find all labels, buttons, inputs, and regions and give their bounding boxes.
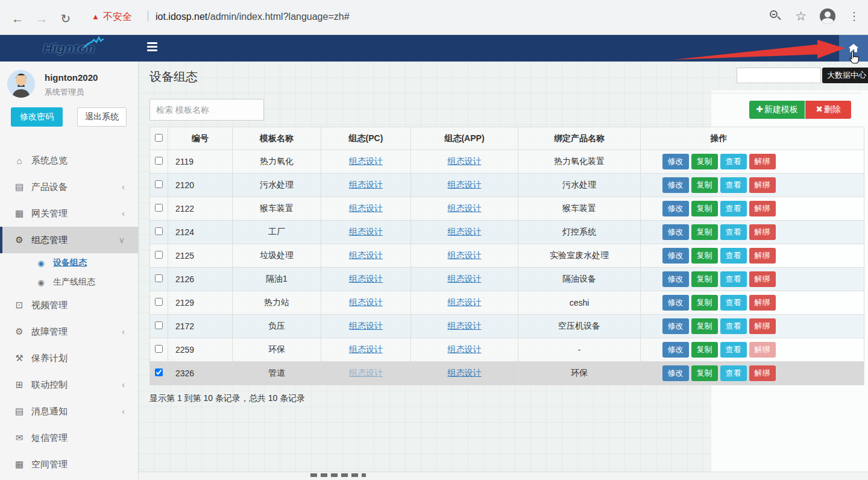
select-all-checkbox[interactable] [155,134,163,142]
copy-button[interactable]: 复制 [691,224,718,240]
pc-design-link[interactable]: 组态设计 [349,180,383,189]
sidebar-item[interactable]: ◉设备组态 [0,253,138,273]
pc-design-link[interactable]: 组态设计 [349,250,383,260]
row-checkbox[interactable] [155,368,163,376]
row-checkbox[interactable] [155,274,163,282]
view-button[interactable]: 查看 [720,177,747,193]
edit-button[interactable]: 修改 [662,318,689,334]
sidebar-toggle-icon[interactable] [147,42,160,54]
sidebar-item[interactable]: ⌂系统总览 [0,147,138,174]
view-button[interactable]: 查看 [720,248,747,264]
unbind-button[interactable]: 解绑 [749,224,776,240]
app-design-link[interactable]: 组态设计 [448,321,482,330]
view-button[interactable]: 查看 [720,224,747,240]
app-design-link[interactable]: 组态设计 [448,227,482,236]
unbind-button[interactable]: 解绑 [749,248,776,264]
app-design-link[interactable]: 组态设计 [448,274,482,283]
edit-button[interactable]: 修改 [662,177,689,193]
app-design-link[interactable]: 组态设计 [448,368,482,377]
edit-button[interactable]: 修改 [662,201,689,216]
view-button[interactable]: 查看 [720,342,747,358]
unbind-button[interactable]: 解绑 [749,342,776,358]
sidebar-item[interactable]: ⊞联动控制‹ [0,371,138,398]
copy-button[interactable]: 复制 [691,342,718,358]
row-checkbox[interactable] [155,321,163,329]
copy-button[interactable]: 复制 [691,318,718,334]
pc-design-link[interactable]: 组态设计 [349,203,383,213]
sidebar-item[interactable]: ▦网关管理‹ [0,200,138,227]
browser-menu-icon[interactable]: ⋮ [849,10,860,23]
pc-design-link[interactable]: 组态设计 [349,156,383,166]
view-button[interactable]: 查看 [720,201,747,216]
edit-button[interactable]: 修改 [662,271,689,287]
app-design-link[interactable]: 组态设计 [448,297,482,307]
edit-button[interactable]: 修改 [662,224,689,240]
copy-button[interactable]: 复制 [691,248,718,264]
bookmark-star-icon[interactable]: ☆ [795,10,807,22]
home-button[interactable] [839,35,868,62]
row-checkbox[interactable] [155,227,163,235]
security-badge[interactable]: ▲ 不安全 [92,11,132,24]
unbind-button[interactable]: 解绑 [749,365,776,381]
browser-forward-icon[interactable]: → [33,10,51,28]
pc-design-link[interactable]: 组态设计 [349,274,383,283]
edit-button[interactable]: 修改 [662,365,689,381]
view-button[interactable]: 查看 [720,295,747,311]
pc-design-link[interactable]: 组态设计 [349,297,383,307]
browser-profile-icon[interactable] [820,8,835,24]
pc-design-link[interactable]: 组态设计 [349,321,383,330]
row-checkbox[interactable] [155,298,163,306]
row-checkbox[interactable] [155,251,163,259]
sidebar-item[interactable]: ⚒保养计划 [0,345,138,371]
app-design-link[interactable]: 组态设计 [448,180,482,189]
view-button[interactable]: 查看 [720,154,747,169]
address-bar[interactable]: iot.idosp.net/admin/index.html?language=… [156,11,350,22]
delete-button[interactable]: ✖删除 [805,101,851,119]
unbind-button[interactable]: 解绑 [749,271,776,287]
unbind-button[interactable]: 解绑 [749,201,776,216]
zoom-out-icon[interactable] [770,10,782,22]
copy-button[interactable]: 复制 [691,271,718,287]
edit-button[interactable]: 修改 [662,154,689,169]
sidebar-item[interactable]: ✉短信管理 [0,425,138,451]
unbind-button[interactable]: 解绑 [749,295,776,311]
unbind-button[interactable]: 解绑 [749,177,776,193]
pc-design-link[interactable]: 组态设计 [349,344,383,354]
row-checkbox[interactable] [155,345,163,353]
app-design-link[interactable]: 组态设计 [448,203,482,213]
browser-reload-icon[interactable]: ↻ [57,10,75,28]
unbind-button[interactable]: 解绑 [749,154,776,169]
app-design-link[interactable]: 组态设计 [448,250,482,260]
logo[interactable]: Hignton [0,35,139,62]
sidebar-item[interactable]: ▤消息通知‹ [0,398,138,425]
sidebar-item[interactable]: ⊡视频管理 [0,292,138,318]
global-search-input[interactable] [737,68,821,83]
pc-design-link[interactable]: 组态设计 [349,368,383,377]
sidebar-item[interactable]: ▤产品设备‹ [0,174,138,200]
copy-button[interactable]: 复制 [691,365,718,381]
sidebar-item[interactable]: ⚙故障管理‹ [0,318,138,345]
sidebar-item[interactable]: ⚙组态管理∨ [0,227,138,253]
new-template-button[interactable]: ✚新建模板 [749,101,805,119]
row-checkbox[interactable] [155,180,163,188]
template-search-input[interactable] [149,99,264,121]
copy-button[interactable]: 复制 [691,295,718,311]
view-button[interactable]: 查看 [720,271,747,287]
row-checkbox[interactable] [155,204,163,212]
edit-button[interactable]: 修改 [662,248,689,264]
row-checkbox[interactable] [155,157,163,165]
pc-design-link[interactable]: 组态设计 [349,227,383,236]
app-design-link[interactable]: 组态设计 [448,344,482,354]
edit-button[interactable]: 修改 [662,342,689,358]
view-button[interactable]: 查看 [720,365,747,381]
view-button[interactable]: 查看 [720,318,747,334]
app-design-link[interactable]: 组态设计 [448,156,482,166]
browser-back-icon[interactable]: ← [8,10,27,28]
copy-button[interactable]: 复制 [691,177,718,193]
copy-button[interactable]: 复制 [691,201,718,216]
unbind-button[interactable]: 解绑 [749,318,776,334]
copy-button[interactable]: 复制 [691,154,718,169]
logout-button[interactable]: 退出系统 [77,107,127,127]
sidebar-item[interactable]: ◉生产线组态 [0,273,138,292]
edit-button[interactable]: 修改 [662,295,689,311]
